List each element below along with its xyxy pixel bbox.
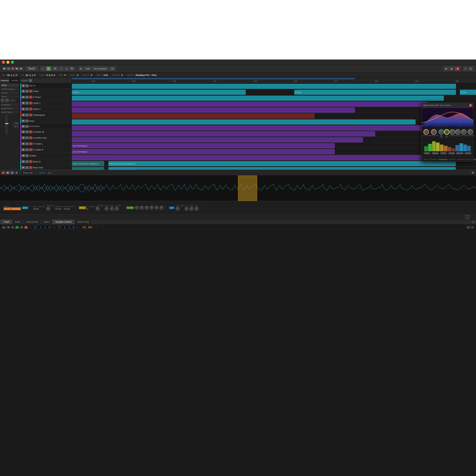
track-lane-guitars-group[interactable] [72, 125, 476, 131]
plugin-input-btn[interactable]: INPUT [424, 152, 431, 155]
volume-knob[interactable] [1, 98, 5, 102]
grid-type-button[interactable]: Grid [84, 66, 91, 71]
tool-pencil-button[interactable]: ✏ [46, 66, 51, 71]
cutoff-knob[interactable] [423, 129, 429, 135]
clip-piano-2[interactable]: E Piano [294, 90, 456, 95]
filter-lfo-knob[interactable] [150, 206, 154, 210]
transport-record-button[interactable]: ⏺ [455, 66, 460, 71]
record-button[interactable]: R [29, 142, 32, 145]
solo-button[interactable]: S [25, 142, 29, 145]
plugin-ratio-btn[interactable]: RATIO [440, 152, 447, 155]
filter-env-knob[interactable] [145, 206, 149, 210]
tool-glue-button[interactable]: ⌀ [64, 66, 69, 71]
track-lane-bass-di[interactable]: HALion Sonic SE 01-02 (Bass Di) HALion S… [72, 161, 476, 167]
tab-visibility[interactable]: Visibility [10, 78, 20, 83]
filter-res-knob[interactable] [140, 206, 144, 210]
tab-inspector[interactable]: Inspector [0, 78, 10, 83]
tab-editor2[interactable]: Editor [41, 220, 53, 224]
close-window-button[interactable] [2, 61, 5, 64]
tool-eraser-button[interactable]: ⌫ [52, 66, 58, 71]
track-lane-guitars[interactable] [72, 155, 476, 161]
track-lane-synth2[interactable] [72, 107, 476, 113]
record-button[interactable]: R [29, 96, 32, 99]
solo-button[interactable]: S [25, 102, 29, 105]
solo-button[interactable]: S [25, 114, 29, 117]
solo-button[interactable]: S [25, 90, 29, 93]
mode-m-button[interactable]: M [2, 67, 6, 70]
tool-zoom-button[interactable]: 🔍 [69, 66, 75, 71]
tool-split-button[interactable]: ✂ [59, 66, 64, 71]
clip-piano-3[interactable]: E Pian [460, 90, 476, 95]
clip-guitars-group[interactable] [72, 125, 436, 130]
status-prev-button[interactable]: ◀ [6, 226, 10, 229]
solo-button[interactable]: S [25, 154, 29, 157]
mode-a-button[interactable]: A [19, 67, 23, 70]
plugin-release2-btn[interactable]: RELEASE [456, 152, 463, 155]
sustain-knob[interactable] [461, 129, 467, 135]
record-button[interactable]: R [29, 130, 32, 133]
clip-eguitar-r[interactable]: Error 304 Melody 1 [72, 149, 335, 154]
table-row[interactable]: M S GUITARS [20, 124, 72, 129]
track-versions-header[interactable]: Track Versions [1, 88, 19, 90]
bind-type-button[interactable]: BIND [22, 206, 28, 209]
track-lane-subsequent[interactable] [72, 113, 476, 119]
plugin-tab-compressor[interactable]: Compressor [438, 158, 447, 160]
record-button[interactable]: R [29, 160, 32, 163]
mute-button[interactable]: M [22, 160, 25, 163]
table-row[interactable]: M S R Synth 1 [20, 100, 72, 106]
table-row[interactable]: M S R Acoustic Di [20, 129, 72, 135]
plugin-close-button[interactable] [469, 104, 472, 107]
track-lane-keys[interactable] [72, 83, 476, 89]
table-row[interactable]: M S R E Guitar L [20, 141, 72, 147]
clip-keys2[interactable] [72, 119, 416, 124]
mute-button[interactable]: M [22, 84, 25, 87]
plugin-thresh-btn[interactable]: THRESH [432, 152, 439, 155]
mode-r-button[interactable]: R [11, 67, 14, 70]
clip-keys[interactable] [72, 84, 456, 89]
table-row[interactable]: M S R Acoustic Amp [20, 135, 72, 141]
glide-knob[interactable] [115, 207, 119, 211]
track-lane-acoustic-di[interactable] [72, 131, 476, 137]
transport-play-button[interactable]: ▶ [449, 66, 454, 71]
mute-button[interactable]: M [22, 96, 25, 99]
solo-button[interactable]: S [25, 84, 29, 87]
record-button[interactable]: R [29, 166, 32, 169]
table-row[interactable]: M S R E Guitar R [20, 147, 72, 153]
tab-mixconsole[interactable]: MixConsole [24, 220, 41, 224]
status-mix-button[interactable]: M [467, 226, 470, 229]
lower-w-button[interactable]: W [6, 171, 9, 174]
lower-r-button[interactable]: R [1, 171, 5, 174]
tool-arrow-button[interactable]: ↖ [40, 66, 45, 71]
solo-button[interactable]: S [25, 160, 29, 163]
pan-knob[interactable] [5, 98, 9, 102]
clip-synth1[interactable] [72, 102, 427, 107]
solo-button[interactable]: S [25, 136, 29, 139]
track-lane-eguitar-l[interactable]: Error 304 Melody 1 [72, 143, 476, 149]
track-lane-synth1[interactable] [72, 101, 476, 107]
mute-button[interactable]: M [22, 136, 25, 139]
filter-cutoff-knob[interactable] [135, 206, 139, 210]
mute-button[interactable]: M [22, 130, 25, 133]
tab-sampler-control[interactable]: Sampler Control [53, 220, 74, 224]
mode-w-button[interactable]: W [15, 67, 19, 70]
waveform-display[interactable] [0, 176, 476, 201]
track-lane-keys2[interactable] [72, 119, 476, 125]
touch-mode-button[interactable]: Touch [26, 67, 37, 70]
track-lane-acoustic-amp[interactable] [72, 137, 476, 143]
amp-lfo2-knob[interactable] [195, 207, 199, 211]
tab-track[interactable]: Track [1, 220, 12, 224]
status-record-button[interactable]: ⏺ [24, 226, 28, 229]
solo-button[interactable]: S [25, 130, 29, 133]
waveform-selection[interactable] [238, 176, 257, 201]
mute-button[interactable]: M [22, 119, 25, 122]
resonance-knob[interactable] [431, 129, 437, 135]
audio-sends-header[interactable]: Audio Sends [1, 107, 19, 110]
chords-header[interactable]: Chords [1, 91, 19, 94]
amp-lfo-knob[interactable] [185, 207, 189, 211]
mute-button[interactable]: M [22, 166, 25, 169]
solo-button[interactable]: S [25, 166, 29, 169]
table-row[interactable]: M S R Bass Di [20, 159, 72, 165]
mute-button[interactable]: M [22, 102, 25, 105]
clip-piano-1[interactable]: E Piano [72, 90, 246, 95]
mute-button[interactable]: M [22, 108, 25, 111]
